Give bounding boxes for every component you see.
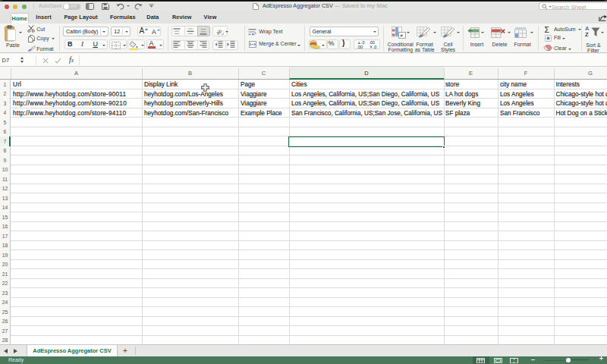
svg-text:≠: ≠ xyxy=(400,33,403,38)
